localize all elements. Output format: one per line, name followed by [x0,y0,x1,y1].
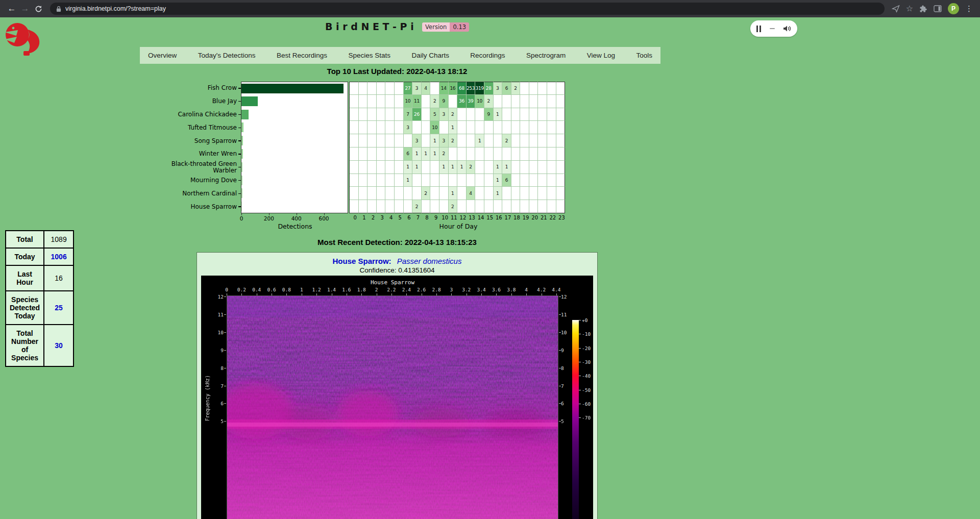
nav-item-today-s-detections[interactable]: Today's Detections [198,52,256,59]
heat-cell [385,161,395,174]
heat-cell [359,121,368,134]
species-common-link[interactable]: House Sparrow: [333,257,391,265]
bar-track [241,147,348,161]
heat-cell [439,174,449,187]
heat-row: 313212 [349,134,565,147]
db-tick [579,334,581,334]
freq-tick-label-left: 10 [210,329,224,335]
heat-cell: 2 [449,134,458,147]
pause-icon[interactable] [756,26,761,32]
heat-cell [395,200,404,213]
heat-cell: 10 [475,95,484,108]
nav-item-spectrogram[interactable]: Spectrogram [526,52,566,59]
heat-cell [422,161,431,174]
heat-cell [412,187,422,200]
side-panel-icon[interactable] [934,5,942,12]
heat-cell [556,147,566,161]
species-label: Fish Crow [152,82,241,95]
detections-bar [241,202,242,211]
heat-cell: 5 [430,108,439,121]
heat-cell [502,187,511,200]
back-icon[interactable]: ← [5,2,18,15]
hour-tick-label: 1 [360,215,369,222]
hour-tick-label: 4 [386,215,396,222]
hour-tick-label: 8 [423,215,432,222]
heat-cell [520,82,529,95]
heat-cell [511,134,521,147]
stats-row-last-hour: Last Hour16 [6,265,74,291]
freq-tick [224,368,226,368]
stat-value-today[interactable]: 1006 [44,248,74,265]
version-value: 0.13 [450,22,469,32]
heat-cell [484,147,494,161]
seek-bar[interactable] [770,28,775,29]
reload-icon[interactable] [32,2,45,15]
time-tick-label: 1.2 [312,287,321,292]
db-tick [579,390,581,390]
stat-value-total-number-of-species[interactable]: 30 [44,325,74,366]
freq-tick-label-right: 8 [561,365,574,370]
heat-cell: 1 [494,187,503,200]
stat-value-species-detected-today[interactable]: 25 [44,291,74,325]
time-tick-label: 3 [450,287,453,292]
extensions-icon[interactable] [919,5,927,13]
nav-item-recordings[interactable]: Recordings [470,52,505,59]
heat-cell [350,147,359,161]
stats-row-today: Today1006 [6,248,74,265]
lock-icon [56,6,61,12]
chart-row-northern-cardinal: Northern Cardinal2141 [152,187,567,200]
forward-icon[interactable]: → [18,2,32,15]
url-bar[interactable]: virginia.birdnetpi.com/?stream=play [50,3,885,15]
heat-cell [359,161,368,174]
freq-tick-label-left: 11 [210,311,224,317]
heat-cell: 1 [494,174,503,187]
heat-cell [484,161,494,174]
heat-cell [494,95,503,108]
heat-cell: 1 [422,147,431,161]
audio-player[interactable] [750,20,797,37]
nav-item-tools[interactable]: Tools [636,52,652,59]
top10-rows: Fish Crow273414166825331928362Blue Jay10… [152,82,567,213]
heat-cell [404,200,413,213]
heat-cell [457,121,467,134]
heat-cell: 9 [439,95,449,108]
heat-cell: 2 [449,200,458,213]
hour-tick-label: 9 [431,215,440,222]
nav-item-daily-charts[interactable]: Daily Charts [411,52,449,59]
heat-cell: 2 [502,134,511,147]
version-label: Version [422,22,450,32]
heat-cell [377,161,386,174]
detection-panel: House Sparrow: Passer domesticus Confide… [197,252,598,519]
nav-item-view-log[interactable]: View Log [587,52,615,59]
bookmark-star-icon[interactable]: ☆ [906,5,913,13]
menu-kebab-icon[interactable]: ⋮ [965,4,973,13]
heat-cell [520,121,529,134]
version-badge: Version 0.13 [422,22,469,32]
heat-cell: 7 [404,108,413,121]
detections-bar [241,136,243,145]
heat-cell: 1 [404,161,413,174]
heat-cell [359,187,368,200]
freq-tick-label-left: 9 [210,347,224,353]
hour-tick-label: 21 [539,215,548,222]
profile-avatar[interactable]: P [948,3,959,14]
bar-track [241,174,348,187]
nav-item-overview[interactable]: Overview [148,52,177,59]
species-label: Winter Wren [152,147,241,161]
heat-cell [377,174,386,187]
heat-cell [368,147,377,161]
send-icon[interactable] [892,5,900,13]
detections-bar [241,176,242,185]
heat-row: 22 [349,200,565,213]
time-tick [422,293,422,295]
volume-icon[interactable] [783,25,791,32]
heat-cell [404,187,413,200]
heat-row: 11111211 [349,161,565,174]
freq-tick-label-right: 9 [561,347,574,353]
time-tick-label: 4 [525,287,528,292]
db-tick [579,320,581,320]
heat-cell [547,82,556,95]
nav-item-best-recordings[interactable]: Best Recordings [277,52,327,59]
nav-item-species-stats[interactable]: Species Stats [348,52,390,59]
heat-cell: 1 [449,121,458,134]
